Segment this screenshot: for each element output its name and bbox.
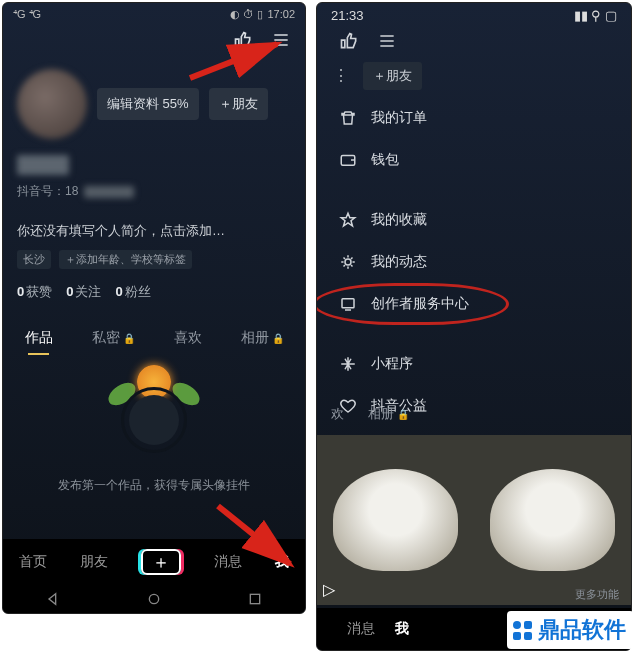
annotation-arrow-me <box>210 498 310 578</box>
username <box>17 155 69 175</box>
svg-point-0 <box>149 594 158 603</box>
menu-wallet[interactable]: 钱包 <box>317 139 631 181</box>
add-friend-button[interactable]: ＋朋友 <box>363 62 422 90</box>
annotation-circle <box>316 283 509 325</box>
tag-city[interactable]: 长沙 <box>17 250 51 269</box>
status-bar: 21:33 ▮▮ ⚲ ▢ <box>317 3 631 27</box>
tab-album[interactable]: 相册🔒 <box>237 321 288 355</box>
uid-prefix: 抖音号：18 <box>17 183 78 200</box>
status-icons: ◐ ⏱ ▯ <box>230 8 263 21</box>
annotation-arrow-menu <box>182 36 292 86</box>
svg-rect-1 <box>250 594 259 603</box>
menu-favorites[interactable]: 我的收藏 <box>317 199 631 241</box>
menu-icon[interactable] <box>377 31 397 55</box>
status-time: 21:33 <box>331 8 364 23</box>
works-hint: 发布第一个作品，获得专属头像挂件 <box>3 477 305 494</box>
thumbs-icon[interactable] <box>339 31 359 55</box>
android-back-icon[interactable] <box>45 591 61 607</box>
menu-orders[interactable]: 我的订单 <box>317 97 631 139</box>
thumbnail[interactable]: ▷ <box>317 435 474 605</box>
more-features-label[interactable]: 更多功能 <box>575 587 619 602</box>
tab-likes[interactable]: 喜欢 <box>170 321 206 355</box>
tab-likes-partial[interactable]: 欢 <box>331 405 344 423</box>
nav-friends[interactable]: 朋友 <box>80 553 108 571</box>
tab-album[interactable]: 相册🔒 <box>368 405 409 423</box>
status-right: ▮▮ ⚲ ▢ <box>574 8 617 23</box>
tab-works[interactable]: 作品 <box>21 321 57 355</box>
nav-messages[interactable]: 消息 <box>347 620 375 638</box>
nav-post-plus[interactable]: ＋ <box>141 549 181 575</box>
tag-add[interactable]: ＋添加年龄、学校等标签 <box>59 250 192 269</box>
menu-moments[interactable]: 我的动态 <box>317 241 631 283</box>
phone-right: 21:33 ▮▮ ⚲ ▢ ⋮ ＋朋友 我的订单 钱包 我的收藏 <box>316 2 632 651</box>
avatar[interactable] <box>17 69 87 139</box>
stats-row: 0获赞 0关注 0粉丝 <box>17 283 291 301</box>
watermark: 鼎品软件 <box>507 611 634 649</box>
nav-home[interactable]: 首页 <box>19 553 47 571</box>
bio-hint[interactable]: 你还没有填写个人简介，点击添加… <box>17 222 291 240</box>
watermark-text: 鼎品软件 <box>538 615 626 645</box>
lock-icon: 🔒 <box>397 409 409 420</box>
tab-private[interactable]: 私密🔒 <box>88 321 139 355</box>
svg-point-3 <box>345 259 351 265</box>
status-bar: ⁴G ⁴G ◐ ⏱ ▯ 17:02 <box>3 3 305 25</box>
uid-value <box>84 186 134 198</box>
edit-profile-button[interactable]: 编辑资料 55% <box>97 88 199 120</box>
menu-creator-center[interactable]: 创作者服务中心 <box>317 283 631 325</box>
more-icon[interactable]: ⋮ <box>333 66 349 85</box>
avatar-pendant-badge <box>99 367 209 477</box>
android-recent-icon[interactable] <box>247 591 263 607</box>
signal-left: ⁴G ⁴G <box>13 8 41 21</box>
menu-miniapp[interactable]: 小程序 <box>317 343 631 385</box>
thumbnail[interactable] <box>474 435 631 605</box>
add-friend-button[interactable]: ＋朋友 <box>209 88 268 120</box>
stat-fans[interactable]: 0粉丝 <box>115 283 150 301</box>
lock-icon: 🔒 <box>123 333 135 344</box>
status-time: 17:02 <box>267 8 295 20</box>
android-home-icon[interactable] <box>146 591 162 607</box>
stat-follow[interactable]: 0关注 <box>66 283 101 301</box>
stat-likes[interactable]: 0获赞 <box>17 283 52 301</box>
watermark-logo-icon <box>513 621 532 640</box>
lock-icon: 🔒 <box>272 333 284 344</box>
nav-me[interactable]: 我 <box>395 620 409 638</box>
video-thumbnails: ▷ <box>317 435 631 605</box>
